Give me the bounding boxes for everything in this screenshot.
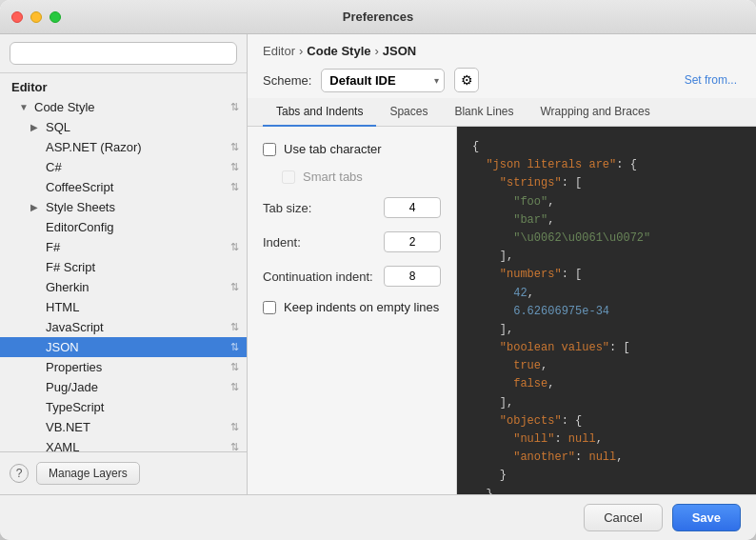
sidebar-item-stylesheets[interactable]: ▶ Style Sheets <box>0 197 247 217</box>
main-body: Use tab character Smart tabs Tab size: I… <box>248 127 756 494</box>
tabs-row: Tabs and Indents Spaces Blank Lines Wrap… <box>248 98 756 127</box>
sidebar-item-fsharp-script[interactable]: F# Script <box>0 257 247 277</box>
no-expand <box>30 222 42 232</box>
continuation-row: Continuation indent: <box>263 266 441 287</box>
use-tab-char-label: Use tab character <box>284 142 382 156</box>
scheme-label: Scheme: <box>263 73 311 88</box>
sidebar-item-sql[interactable]: ▶ SQL <box>0 117 247 137</box>
sidebar-item-editor[interactable]: Editor <box>0 77 247 97</box>
continuation-label: Continuation indent: <box>263 270 373 284</box>
tab-tabs-and-indents[interactable]: Tabs and Indents <box>263 98 376 127</box>
breadcrumb: Editor › Code Style › JSON <box>263 44 741 58</box>
sidebar-item-fsharp[interactable]: F# ⇅ <box>0 237 247 257</box>
main-content: ⌕ Editor ▼ Code Style ⇅ ▶ SQL <box>0 34 756 494</box>
sync-icon: ⇅ <box>230 381 239 393</box>
sidebar-item-xaml[interactable]: XAML ⇅ <box>0 437 247 451</box>
code-line: "another": null, <box>472 449 741 467</box>
scheme-row: Scheme: Default IDE ▾ ⚙ Set from... <box>263 68 741 92</box>
csharp-label: C# <box>46 160 62 174</box>
indent-label: Indent: <box>263 235 301 250</box>
no-expand <box>30 402 42 412</box>
main-panel: Editor › Code Style › JSON Scheme: Defau… <box>248 34 756 494</box>
tab-size-input[interactable] <box>384 197 441 218</box>
javascript-label: JavaScript <box>46 320 104 334</box>
sidebar-item-code-style[interactable]: ▼ Code Style ⇅ <box>0 97 247 117</box>
sidebar-item-coffeescript[interactable]: CoffeeScript ⇅ <box>0 177 247 197</box>
sync-icon: ⇅ <box>230 181 239 193</box>
keep-indents-checkbox[interactable] <box>263 301 276 314</box>
tab-blank-lines[interactable]: Blank Lines <box>441 98 527 127</box>
close-button[interactable] <box>11 11 23 23</box>
sidebar-item-aspnet[interactable]: ASP.NET (Razor) ⇅ <box>0 137 247 157</box>
no-expand <box>30 262 42 272</box>
main-header: Editor › Code Style › JSON Scheme: Defau… <box>248 34 756 98</box>
code-line: true, <box>472 357 741 375</box>
tab-size-row: Tab size: <box>263 197 441 218</box>
manage-layers-button[interactable]: Manage Layers <box>36 462 140 485</box>
indent-input[interactable] <box>384 231 441 252</box>
sidebar-item-vbnet[interactable]: VB.NET ⇅ <box>0 417 247 437</box>
code-line: ], <box>472 248 741 266</box>
sidebar-item-gherkin[interactable]: Gherkin ⇅ <box>0 277 247 297</box>
code-line: "bar", <box>472 211 741 230</box>
tab-wrapping-and-braces[interactable]: Wrapping and Braces <box>527 98 663 127</box>
code-style-label: Code Style <box>34 100 95 114</box>
maximize-button[interactable] <box>50 11 61 23</box>
expand-icon: ▼ <box>19 102 30 112</box>
no-expand <box>30 242 42 252</box>
minimize-button[interactable] <box>30 11 42 23</box>
properties-label: Properties <box>46 360 102 374</box>
help-button[interactable]: ? <box>10 464 29 483</box>
keep-indents-row: Keep indents on empty lines <box>263 300 441 314</box>
sidebar-item-editorconfig[interactable]: EditorConfig <box>0 217 247 237</box>
editor-label: Editor <box>11 80 48 94</box>
sidebar-item-html[interactable]: HTML <box>0 297 247 317</box>
tab-spaces[interactable]: Spaces <box>376 98 441 127</box>
sidebar-item-pug-jade[interactable]: Pug/Jade ⇅ <box>0 377 247 397</box>
sql-label: SQL <box>46 120 70 134</box>
smart-tabs-label: Smart tabs <box>303 170 363 184</box>
traffic-lights <box>11 11 61 23</box>
code-line: "objects": { <box>472 412 741 430</box>
expand-icon: ▶ <box>30 202 42 212</box>
bottom-bar: Cancel Save <box>0 494 756 540</box>
use-tab-char-row: Use tab character <box>263 142 441 156</box>
code-line: ], <box>472 394 741 412</box>
use-tab-char-checkbox[interactable] <box>263 143 276 156</box>
cancel-button[interactable]: Cancel <box>584 504 662 531</box>
no-expand <box>30 382 42 392</box>
save-button[interactable]: Save <box>672 504 741 531</box>
code-line: 6.62606975e-34 <box>472 303 741 321</box>
window-title: Preferences <box>343 10 413 24</box>
no-expand <box>30 442 42 451</box>
set-from-link[interactable]: Set from... <box>685 73 741 87</box>
xaml-label: XAML <box>46 440 79 451</box>
sidebar-item-properties[interactable]: Properties ⇅ <box>0 357 247 377</box>
stylesheets-label: Style Sheets <box>46 200 115 214</box>
no-expand <box>30 422 42 432</box>
continuation-input[interactable] <box>384 266 441 287</box>
no-expand <box>30 322 42 332</box>
code-line: } <box>472 467 741 485</box>
vbnet-label: VB.NET <box>46 420 90 434</box>
scheme-select[interactable]: Default IDE <box>321 69 445 92</box>
code-line: "numbers": [ <box>472 266 741 284</box>
no-expand <box>30 162 42 172</box>
search-input[interactable] <box>10 42 237 65</box>
titlebar: Preferences <box>0 0 756 34</box>
no-expand <box>30 342 42 352</box>
gear-icon: ⚙ <box>461 72 473 88</box>
html-label: HTML <box>46 300 79 314</box>
sidebar-item-csharp[interactable]: C# ⇅ <box>0 157 247 177</box>
sidebar-tree: Editor ▼ Code Style ⇅ ▶ SQL ASP.NET (Raz… <box>0 73 247 451</box>
gear-button[interactable]: ⚙ <box>454 68 479 92</box>
fsharp-label: F# <box>46 240 60 254</box>
code-line: "boolean values": [ <box>472 339 741 357</box>
smart-tabs-row: Smart tabs <box>263 170 441 184</box>
code-line: "null": null, <box>472 430 741 449</box>
sidebar-item-typescript[interactable]: TypeScript <box>0 397 247 417</box>
sidebar-item-json[interactable]: JSON ⇅ <box>0 337 247 357</box>
smart-tabs-checkbox[interactable] <box>282 170 295 184</box>
sidebar-item-javascript[interactable]: JavaScript ⇅ <box>0 317 247 337</box>
sync-icon: ⇅ <box>230 341 239 353</box>
